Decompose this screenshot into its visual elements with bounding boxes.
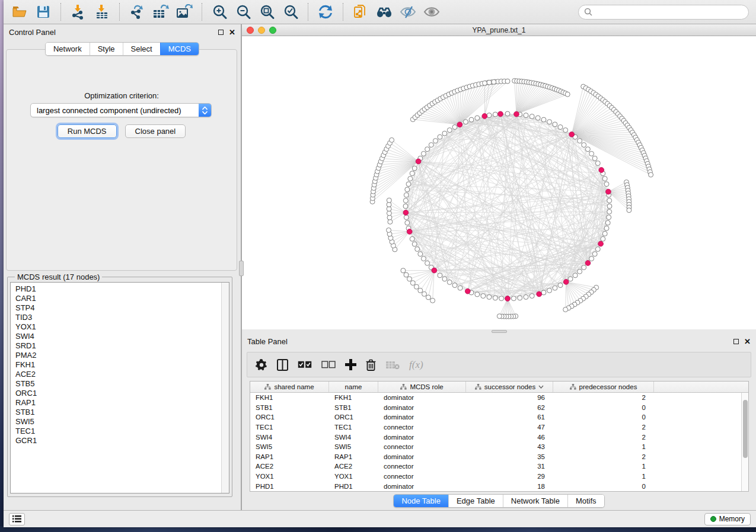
memory-button[interactable]: Memory bbox=[704, 513, 751, 525]
mcds-result-item[interactable]: TID3 bbox=[15, 313, 221, 322]
toolbar-separator bbox=[308, 3, 308, 21]
cell-name: TEC1 bbox=[329, 424, 378, 431]
table-options-gear-icon[interactable] bbox=[256, 359, 267, 371]
horizontal-splitter-handle[interactable] bbox=[492, 330, 507, 333]
cell-shared-name: ORC1 bbox=[250, 414, 329, 421]
network-search-box[interactable] bbox=[578, 5, 749, 20]
refresh-view-icon[interactable] bbox=[317, 3, 334, 21]
show-all-icon[interactable] bbox=[423, 3, 441, 21]
close-panel-icon[interactable]: ✕ bbox=[229, 30, 235, 35]
node-table-body: FKH1FKH1dominator962STB1STB1dominator620… bbox=[250, 393, 748, 491]
status-bar: Memory bbox=[4, 510, 756, 527]
mcds-result-item[interactable]: STP4 bbox=[15, 303, 221, 313]
mcds-result-item[interactable]: SWI5 bbox=[15, 417, 221, 427]
column-header-name[interactable]: name bbox=[329, 382, 378, 392]
column-header-predecessor-nodes[interactable]: predecessor nodes bbox=[553, 382, 654, 392]
mcds-result-item[interactable]: YOX1 bbox=[15, 322, 221, 332]
delete-column-icon[interactable] bbox=[366, 359, 376, 371]
vertical-splitter-handle[interactable] bbox=[239, 261, 244, 276]
control-panel-title: Control Panel bbox=[9, 28, 56, 37]
table-row[interactable]: RAP1RAP1dominator352 bbox=[250, 452, 748, 462]
node-table: shared namenameMCDS rolesuccessor nodesp… bbox=[250, 381, 749, 492]
cell-successor-nodes: 47 bbox=[466, 424, 553, 431]
hide-selected-icon[interactable] bbox=[399, 3, 417, 21]
mcds-result-item[interactable]: TEC1 bbox=[15, 427, 221, 436]
column-header-MCDS-role[interactable]: MCDS role bbox=[378, 382, 466, 392]
cell-name: FKH1 bbox=[329, 394, 378, 401]
table-panel-header: Table Panel ✕ bbox=[242, 334, 756, 349]
save-session-icon[interactable] bbox=[34, 3, 52, 21]
column-header-successor-nodes[interactable]: successor nodes bbox=[466, 382, 553, 392]
search-input[interactable] bbox=[592, 8, 743, 16]
table-row[interactable]: ACE2ACE2connector311 bbox=[250, 462, 748, 472]
tab-select[interactable]: Select bbox=[123, 43, 160, 55]
close-panel-button[interactable]: Close panel bbox=[125, 124, 186, 138]
zoom-selected-icon[interactable] bbox=[282, 3, 299, 21]
column-header-shared-name[interactable]: shared name bbox=[250, 382, 329, 392]
cell-shared-name: SWI4 bbox=[250, 434, 329, 441]
table-row[interactable]: PHD1PHD1dominator180 bbox=[250, 481, 748, 491]
cell-successor-nodes: 96 bbox=[466, 394, 553, 401]
unselect-all-columns-icon[interactable] bbox=[321, 361, 336, 368]
table-row[interactable]: STB1STB1dominator620 bbox=[250, 403, 748, 413]
zoom-in-icon[interactable] bbox=[210, 3, 228, 21]
run-mcds-button[interactable]: Run MCDS bbox=[58, 124, 117, 138]
export-network-icon[interactable] bbox=[128, 3, 146, 21]
optimization-criterion-select[interactable]: largest connected component (undirected) bbox=[30, 103, 212, 117]
function-builder-icon: f(x) bbox=[409, 359, 423, 371]
cytoscape-window: Control Panel ✕ NetworkStyleSelectMCDS O… bbox=[4, 0, 756, 527]
mcds-result-item[interactable]: STB5 bbox=[15, 379, 221, 389]
export-table-icon[interactable] bbox=[152, 3, 170, 21]
tab-style[interactable]: Style bbox=[90, 43, 123, 55]
network-canvas[interactable] bbox=[242, 36, 756, 329]
mcds-result-list[interactable]: PHD1CAR1STP4TID3YOX1SWI4SRD1PMA2FKH1ACE2… bbox=[11, 283, 221, 493]
mcds-result-item[interactable]: SRD1 bbox=[15, 341, 221, 351]
table-row[interactable]: SWI5SWI5connector431 bbox=[250, 442, 748, 452]
table-row[interactable]: SWI4SWI4dominator462 bbox=[250, 432, 748, 442]
tab-network[interactable]: Network bbox=[46, 43, 90, 55]
float-panel-icon[interactable] bbox=[218, 30, 224, 35]
clone-network-icon[interactable] bbox=[352, 3, 369, 21]
mcds-result-item[interactable]: STB1 bbox=[15, 408, 221, 417]
table-row[interactable]: ORC1ORC1dominator610 bbox=[250, 412, 748, 422]
mcds-result-item[interactable]: ORC1 bbox=[15, 389, 221, 398]
tab-motifs[interactable]: Motifs bbox=[567, 495, 604, 507]
zoom-fit-icon[interactable] bbox=[258, 3, 276, 21]
mcds-list-scrollbar[interactable] bbox=[221, 283, 229, 493]
import-network-file-icon[interactable] bbox=[69, 3, 87, 21]
mcds-result-item[interactable]: PHD1 bbox=[15, 284, 221, 294]
mcds-result-item[interactable]: GCR1 bbox=[15, 436, 221, 446]
table-row[interactable]: YOX1YOX1connector291 bbox=[250, 472, 748, 482]
table-row[interactable]: FKH1FKH1dominator962 bbox=[250, 393, 748, 403]
zoom-out-icon[interactable] bbox=[234, 3, 252, 21]
mcds-result-listbox: PHD1CAR1STP4TID3YOX1SWI4SRD1PMA2FKH1ACE2… bbox=[10, 282, 229, 493]
import-table-file-icon[interactable] bbox=[93, 3, 111, 21]
cell-shared-name: SWI5 bbox=[250, 443, 329, 450]
cell-successor-nodes: 18 bbox=[466, 483, 553, 490]
mcds-result-item[interactable]: ACE2 bbox=[15, 370, 221, 379]
tab-mcds[interactable]: MCDS bbox=[160, 43, 199, 55]
cell-shared-name: PHD1 bbox=[250, 483, 329, 490]
table-scrollbar[interactable] bbox=[741, 393, 748, 491]
export-image-icon[interactable] bbox=[176, 3, 193, 21]
table-row[interactable]: TEC1TEC1connector472 bbox=[250, 422, 748, 432]
mcds-result-item[interactable]: RAP1 bbox=[15, 398, 221, 408]
table-scrollbar-thumb[interactable] bbox=[743, 400, 748, 458]
search-network-icon[interactable] bbox=[375, 3, 393, 21]
tab-edge-table[interactable]: Edge Table bbox=[448, 495, 503, 507]
show-column-icon[interactable] bbox=[277, 359, 288, 371]
tab-network-table[interactable]: Network Table bbox=[503, 495, 567, 507]
mcds-result-item[interactable]: PMA2 bbox=[15, 351, 221, 360]
mcds-result-item[interactable]: CAR1 bbox=[15, 294, 221, 303]
task-history-button[interactable] bbox=[9, 513, 25, 525]
mcds-result-item[interactable]: FKH1 bbox=[15, 360, 221, 370]
float-panel-icon[interactable] bbox=[733, 339, 739, 344]
create-column-icon[interactable] bbox=[345, 359, 356, 370]
open-file-icon[interactable] bbox=[11, 3, 28, 21]
select-all-columns-icon[interactable] bbox=[298, 361, 312, 368]
cell-predecessor-nodes: 2 bbox=[553, 434, 654, 441]
close-panel-icon[interactable]: ✕ bbox=[744, 339, 751, 344]
mcds-result-item[interactable]: SWI4 bbox=[15, 332, 221, 341]
horizontal-splitter[interactable] bbox=[242, 329, 756, 334]
tab-node-table[interactable]: Node Table bbox=[394, 495, 448, 507]
